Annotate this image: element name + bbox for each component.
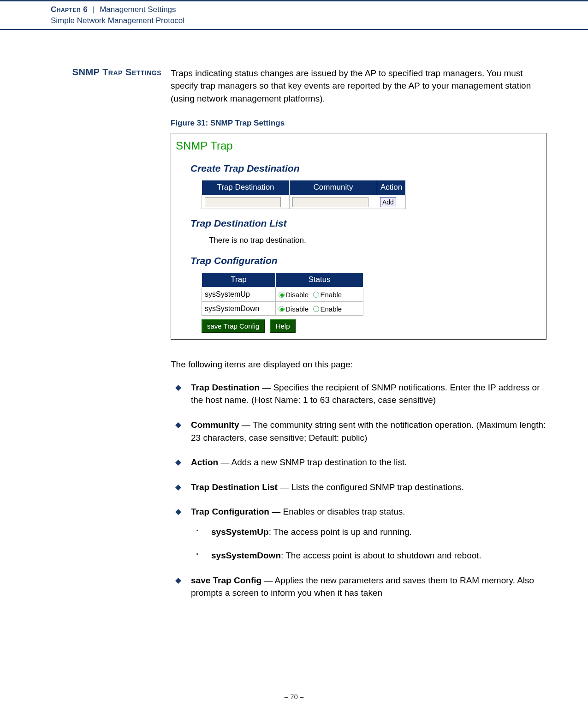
term-action: Action	[191, 457, 218, 467]
col-status: Status	[276, 273, 363, 288]
enable-label: Enable	[320, 305, 342, 313]
community-input[interactable]	[292, 197, 368, 207]
trap-name: sysSystemDown	[202, 301, 276, 316]
list-item: Trap Destination — Specifies the recipie…	[171, 381, 546, 407]
sub-list: sysSystemUp: The access point is up and …	[191, 526, 546, 562]
figure-box: SNMP Trap Create Trap Destination Trap D…	[171, 133, 546, 340]
list-item: Trap Destination List — Lists the config…	[171, 481, 546, 494]
term-trap-config: Trap Configuration	[191, 507, 269, 516]
list-item: Trap Configuration — Enables or disables…	[171, 505, 546, 562]
term-syssystemdown: sysSystemDown	[211, 551, 281, 560]
trap-dest-list-heading: Trap Destination List	[190, 216, 542, 230]
page-header: Chapter 6 | Management Settings Simple N…	[0, 0, 588, 30]
save-trap-config-button[interactable]: save Trap Config	[202, 319, 265, 333]
term-trap-dest-list: Trap Destination List	[191, 482, 278, 492]
table-row: sysSystemDown Disable Enable	[202, 301, 363, 316]
col-action: Action	[377, 180, 406, 195]
separator: |	[93, 5, 95, 14]
bullet-list: Trap Destination — Specifies the recipie…	[171, 381, 546, 599]
header-title: Management Settings	[100, 5, 176, 14]
trap-config-heading: Trap Configuration	[190, 254, 542, 268]
desc: : The access point is about to shutdown …	[281, 551, 481, 560]
page-number: – 70 –	[0, 693, 588, 701]
radio-enable[interactable]	[313, 306, 319, 312]
empty-trap-list-message: There is no trap destination.	[209, 235, 542, 246]
term-save-trap-config: save Trap Config	[191, 575, 261, 585]
col-trap-destination: Trap Destination	[202, 180, 290, 195]
desc: — Adds a new SNMP trap destination to th…	[218, 457, 407, 467]
chapter-label: Chapter 6	[51, 5, 88, 14]
create-trap-table: Trap Destination Community Action Add	[202, 180, 406, 209]
col-trap: Trap	[202, 273, 276, 288]
term-community: Community	[191, 420, 239, 430]
disable-label: Disable	[285, 291, 309, 299]
radio-enable[interactable]	[313, 292, 319, 298]
add-button[interactable]: Add	[380, 197, 396, 207]
desc: — The community string sent with the not…	[191, 420, 546, 443]
trap-destination-input[interactable]	[205, 197, 281, 207]
desc: : The access point is up and running.	[269, 527, 412, 537]
list-item: sysSystemDown: The access point is about…	[191, 549, 546, 562]
list-item: save Trap Config — Applies the new param…	[171, 574, 546, 599]
figure-caption: Figure 31: SNMP Trap Settings	[171, 118, 546, 129]
snmp-trap-title: SNMP Trap	[176, 138, 542, 154]
desc: — Enables or disables trap status.	[269, 507, 405, 516]
list-item: Community — The community string sent wi…	[171, 419, 546, 444]
radio-disable[interactable]	[279, 292, 285, 298]
intro-paragraph: Traps indicating status changes are issu…	[171, 67, 546, 105]
create-trap-heading: Create Trap Destination	[190, 162, 542, 175]
term-trap-destination: Trap Destination	[191, 383, 260, 392]
list-item: Action — Adds a new SNMP trap destinatio…	[171, 456, 546, 469]
list-item: sysSystemUp: The access point is up and …	[191, 526, 546, 539]
trap-config-table: Trap Status sysSystemUp Disable Enable s…	[202, 272, 363, 316]
items-lead: The following items are displayed on thi…	[171, 358, 546, 371]
col-community: Community	[290, 180, 377, 195]
header-subtitle: Simple Network Management Protocol	[51, 16, 184, 25]
radio-disable[interactable]	[279, 306, 285, 312]
help-button[interactable]: Help	[270, 319, 296, 333]
desc: — Lists the configured SNMP trap destina…	[278, 482, 464, 492]
side-heading: SNMP Trap Settings	[51, 67, 161, 78]
disable-label: Disable	[285, 305, 309, 313]
term-syssystemup: sysSystemUp	[211, 527, 269, 537]
enable-label: Enable	[320, 291, 342, 299]
trap-name: sysSystemUp	[202, 288, 276, 302]
table-row: sysSystemUp Disable Enable	[202, 288, 363, 302]
